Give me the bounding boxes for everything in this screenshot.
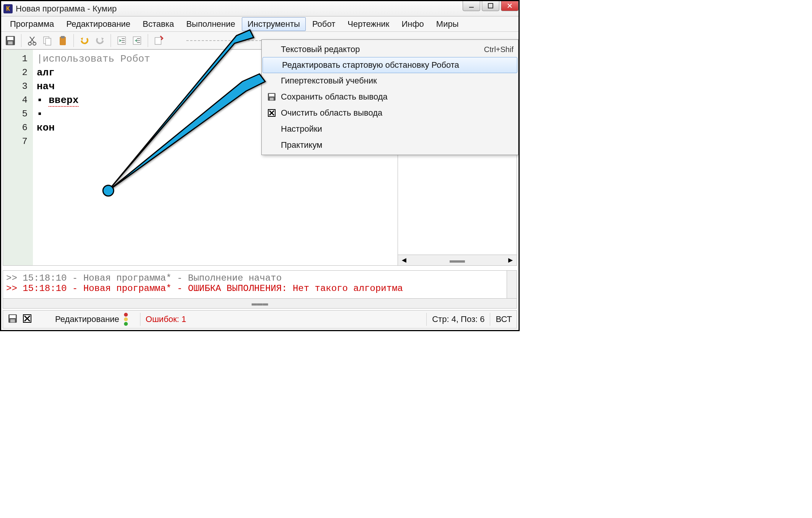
- menu-instruments[interactable]: Инструменты: [242, 17, 306, 31]
- outdent-icon[interactable]: [130, 34, 144, 47]
- menu-info[interactable]: Инфо: [396, 17, 430, 31]
- code-line: вверх: [49, 95, 78, 107]
- line-number: 2: [3, 66, 28, 80]
- output-error-line: >> 15:18:10 - Новая программа* - ОШИБКА …: [6, 283, 514, 294]
- horizontal-scrollbar[interactable]: ◄ ▬▬ ►: [398, 255, 517, 265]
- line-number: 7: [3, 135, 28, 149]
- line-number: 5: [3, 107, 28, 121]
- maximize-button[interactable]: [482, 0, 499, 11]
- output-v-scrollbar[interactable]: [507, 271, 517, 298]
- save-icon[interactable]: [3, 34, 17, 47]
- app-icon: К: [3, 4, 13, 13]
- code-prefix: |: [37, 53, 43, 65]
- save-icon[interactable]: [8, 314, 18, 325]
- line-number: 4: [3, 93, 28, 107]
- statusbar: Редактирование Ошибок: 1 Стр: 4, Поз: 6 …: [3, 310, 517, 328]
- svg-rect-10: [61, 36, 65, 38]
- svg-rect-14: [122, 42, 125, 43]
- clear-icon[interactable]: [22, 314, 32, 325]
- clear-icon: [265, 108, 279, 118]
- dd-settings[interactable]: Настройки: [262, 121, 518, 137]
- menu-worlds[interactable]: Миры: [430, 17, 465, 31]
- window-title: Новая программа - Кумир: [16, 4, 117, 14]
- redo-icon[interactable]: [93, 34, 107, 47]
- line-number: 3: [3, 80, 28, 93]
- scroll-left-icon[interactable]: ◄: [400, 256, 408, 265]
- run-icon-1[interactable]: [152, 34, 166, 47]
- cut-icon[interactable]: [25, 34, 39, 47]
- svg-rect-26: [10, 319, 15, 322]
- dd-label: Сохранить область вывода: [281, 92, 514, 102]
- output-h-scrollbar[interactable]: ▬▬▬: [3, 298, 517, 308]
- dd-label: Гипертекстовый учебник: [281, 76, 514, 86]
- status-errors: Ошибок: 1: [146, 314, 186, 324]
- line-gutter: 1 2 3 4 5 6 7: [3, 50, 33, 265]
- titlebar: К Новая программа - Кумир: [1, 1, 519, 16]
- svg-rect-17: [137, 40, 140, 41]
- dd-label: Настройки: [281, 124, 514, 134]
- dd-label: Редактировать стартовую обстановку Робот…: [282, 60, 512, 70]
- menu-robot[interactable]: Робот: [307, 17, 341, 31]
- menu-draftsman[interactable]: Чертежник: [342, 17, 395, 31]
- svg-rect-4: [8, 41, 13, 44]
- close-button[interactable]: [501, 0, 519, 11]
- code-line: использовать Робот: [43, 53, 150, 65]
- svg-rect-21: [269, 94, 274, 96]
- svg-rect-18: [137, 42, 140, 43]
- menu-program[interactable]: Программа: [4, 17, 60, 31]
- minimize-button[interactable]: [463, 0, 480, 11]
- code-line: нач: [37, 81, 55, 92]
- instruments-dropdown: Текстовый редактор Ctrl+Shif Редактирова…: [261, 39, 519, 155]
- svg-rect-1: [488, 3, 493, 8]
- copy-icon[interactable]: [41, 34, 54, 47]
- dd-label: Текстовый редактор: [281, 44, 484, 54]
- svg-rect-12: [122, 38, 125, 39]
- svg-rect-0: [469, 7, 474, 8]
- bullet-icon: ▪: [37, 108, 43, 120]
- menu-run[interactable]: Выполнение: [181, 17, 241, 31]
- indent-icon[interactable]: [115, 34, 129, 47]
- code-line: алг: [37, 67, 55, 78]
- traffic-light-icon: [124, 313, 130, 326]
- dd-text-editor[interactable]: Текстовый редактор Ctrl+Shif: [262, 41, 518, 57]
- line-number: 1: [3, 52, 28, 66]
- svg-rect-13: [122, 40, 125, 41]
- dd-label: Практикум: [281, 140, 514, 150]
- svg-rect-8: [46, 38, 51, 45]
- dd-edit-robot-env[interactable]: Редактировать стартовую обстановку Робот…: [263, 57, 517, 73]
- svg-rect-3: [7, 37, 13, 40]
- paste-icon[interactable]: [56, 34, 70, 47]
- line-number: 6: [3, 121, 28, 135]
- dd-hypertext-book[interactable]: Гипертекстовый учебник: [262, 73, 518, 89]
- status-insert-mode: ВСТ: [496, 314, 512, 324]
- svg-rect-19: [155, 38, 161, 44]
- dd-practicum[interactable]: Практикум: [262, 137, 518, 153]
- status-mode: Редактирование: [55, 314, 119, 324]
- window-controls: [463, 0, 519, 11]
- dd-shortcut: Ctrl+Shif: [484, 45, 514, 54]
- svg-rect-22: [270, 98, 274, 100]
- menu-edit[interactable]: Редактирование: [60, 17, 136, 31]
- scroll-right-icon[interactable]: ►: [507, 256, 514, 265]
- output-line: >> 15:18:10 - Новая программа* - Выполне…: [6, 273, 514, 283]
- undo-icon[interactable]: [78, 34, 91, 47]
- svg-rect-25: [10, 315, 16, 318]
- dd-save-output[interactable]: Сохранить область вывода: [262, 89, 518, 105]
- status-position: Стр: 4, Поз: 6: [432, 314, 484, 324]
- dd-clear-output[interactable]: Очистить область вывода: [262, 105, 518, 121]
- svg-rect-16: [137, 38, 140, 39]
- code-line: кон: [37, 122, 55, 134]
- menubar: Программа Редактирование Вставка Выполне…: [1, 16, 519, 32]
- save-icon: [265, 92, 279, 101]
- menu-insert[interactable]: Вставка: [137, 17, 180, 31]
- dd-label: Очистить область вывода: [281, 108, 514, 118]
- bullet-icon: ▪: [37, 95, 49, 106]
- output-panel: >> 15:18:10 - Новая программа* - Выполне…: [3, 270, 517, 309]
